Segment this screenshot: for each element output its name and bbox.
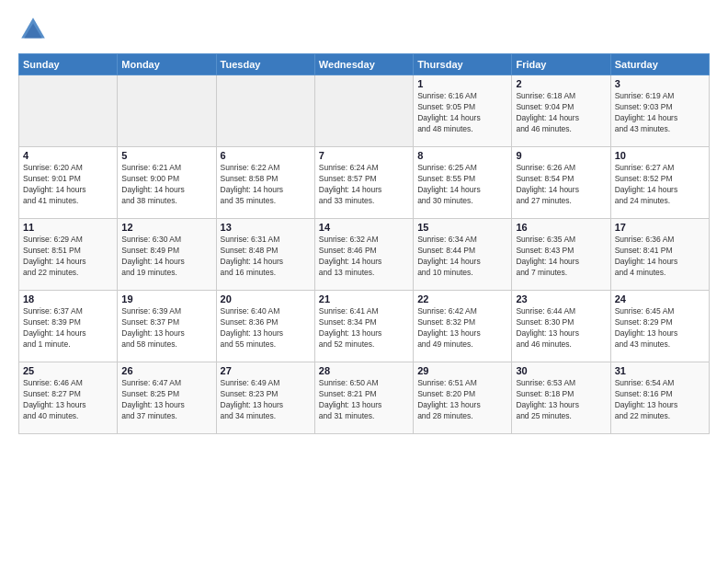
day-info: Sunrise: 6:20 AMSunset: 9:01 PMDaylight:…	[23, 163, 113, 207]
day-info: Sunrise: 6:30 AMSunset: 8:49 PMDaylight:…	[121, 235, 211, 279]
day-number: 21	[319, 293, 409, 304]
day-cell	[118, 75, 216, 147]
day-number: 5	[121, 150, 211, 161]
day-cell	[314, 75, 413, 147]
day-number: 4	[23, 150, 113, 161]
header-tuesday: Tuesday	[216, 54, 314, 75]
logo	[18, 15, 51, 44]
day-cell: 26Sunrise: 6:47 AMSunset: 8:25 PMDayligh…	[118, 362, 216, 434]
day-info: Sunrise: 6:31 AMSunset: 8:48 PMDaylight:…	[221, 235, 311, 279]
week-row-2: 11Sunrise: 6:29 AMSunset: 8:51 PMDayligh…	[19, 219, 710, 291]
day-number: 18	[23, 293, 113, 304]
calendar-table: SundayMondayTuesdayWednesdayThursdayFrid…	[18, 53, 710, 434]
day-info: Sunrise: 6:29 AMSunset: 8:51 PMDaylight:…	[23, 235, 113, 279]
day-cell: 31Sunrise: 6:54 AMSunset: 8:16 PMDayligh…	[610, 362, 709, 434]
day-cell: 20Sunrise: 6:40 AMSunset: 8:36 PMDayligh…	[216, 291, 314, 362]
day-cell: 17Sunrise: 6:36 AMSunset: 8:41 PMDayligh…	[610, 219, 709, 291]
day-number: 22	[417, 293, 507, 304]
day-number: 24	[615, 293, 705, 304]
day-info: Sunrise: 6:16 AMSunset: 9:05 PMDaylight:…	[417, 91, 507, 135]
day-number: 12	[121, 222, 211, 233]
day-number: 9	[516, 150, 606, 161]
header-sunday: Sunday	[19, 54, 118, 75]
day-info: Sunrise: 6:41 AMSunset: 8:34 PMDaylight:…	[319, 306, 409, 350]
day-cell: 21Sunrise: 6:41 AMSunset: 8:34 PMDayligh…	[314, 291, 413, 362]
day-cell: 30Sunrise: 6:53 AMSunset: 8:18 PMDayligh…	[512, 362, 610, 434]
header-thursday: Thursday	[414, 54, 512, 75]
day-number: 13	[221, 222, 311, 233]
day-info: Sunrise: 6:22 AMSunset: 8:58 PMDaylight:…	[221, 163, 311, 207]
day-info: Sunrise: 6:40 AMSunset: 8:36 PMDaylight:…	[221, 306, 311, 350]
day-number: 20	[221, 293, 311, 304]
day-cell: 12Sunrise: 6:30 AMSunset: 8:49 PMDayligh…	[118, 219, 216, 291]
day-cell: 10Sunrise: 6:27 AMSunset: 8:52 PMDayligh…	[610, 147, 709, 219]
day-info: Sunrise: 6:32 AMSunset: 8:46 PMDaylight:…	[319, 235, 409, 279]
day-number: 11	[23, 222, 113, 233]
day-number: 27	[221, 365, 311, 376]
day-cell: 19Sunrise: 6:39 AMSunset: 8:37 PMDayligh…	[118, 291, 216, 362]
day-info: Sunrise: 6:27 AMSunset: 8:52 PMDaylight:…	[615, 163, 705, 207]
day-cell: 6Sunrise: 6:22 AMSunset: 8:58 PMDaylight…	[216, 147, 314, 219]
day-number: 15	[417, 222, 507, 233]
day-info: Sunrise: 6:51 AMSunset: 8:20 PMDaylight:…	[417, 378, 507, 422]
day-info: Sunrise: 6:44 AMSunset: 8:30 PMDaylight:…	[516, 306, 606, 350]
day-info: Sunrise: 6:35 AMSunset: 8:43 PMDaylight:…	[516, 235, 606, 279]
header	[18, 15, 710, 44]
day-info: Sunrise: 6:24 AMSunset: 8:57 PMDaylight:…	[319, 163, 409, 207]
day-cell: 8Sunrise: 6:25 AMSunset: 8:55 PMDaylight…	[414, 147, 512, 219]
day-info: Sunrise: 6:19 AMSunset: 9:03 PMDaylight:…	[615, 91, 705, 135]
day-cell	[216, 75, 314, 147]
day-number: 3	[615, 78, 705, 89]
day-info: Sunrise: 6:47 AMSunset: 8:25 PMDaylight:…	[121, 378, 211, 422]
week-row-3: 18Sunrise: 6:37 AMSunset: 8:39 PMDayligh…	[19, 291, 710, 362]
day-number: 25	[23, 365, 113, 376]
day-cell: 22Sunrise: 6:42 AMSunset: 8:32 PMDayligh…	[414, 291, 512, 362]
header-wednesday: Wednesday	[314, 54, 413, 75]
day-cell: 25Sunrise: 6:46 AMSunset: 8:27 PMDayligh…	[19, 362, 118, 434]
day-cell: 9Sunrise: 6:26 AMSunset: 8:54 PMDaylight…	[512, 147, 610, 219]
day-number: 29	[417, 365, 507, 376]
header-saturday: Saturday	[610, 54, 709, 75]
day-info: Sunrise: 6:53 AMSunset: 8:18 PMDaylight:…	[516, 378, 606, 422]
week-row-4: 25Sunrise: 6:46 AMSunset: 8:27 PMDayligh…	[19, 362, 710, 434]
day-number: 7	[319, 150, 409, 161]
week-row-0: 1Sunrise: 6:16 AMSunset: 9:05 PMDaylight…	[19, 75, 710, 147]
day-cell: 29Sunrise: 6:51 AMSunset: 8:20 PMDayligh…	[414, 362, 512, 434]
day-number: 14	[319, 222, 409, 233]
day-cell: 14Sunrise: 6:32 AMSunset: 8:46 PMDayligh…	[314, 219, 413, 291]
day-number: 17	[615, 222, 705, 233]
day-number: 28	[319, 365, 409, 376]
day-info: Sunrise: 6:18 AMSunset: 9:04 PMDaylight:…	[516, 91, 606, 135]
day-cell: 27Sunrise: 6:49 AMSunset: 8:23 PMDayligh…	[216, 362, 314, 434]
day-info: Sunrise: 6:37 AMSunset: 8:39 PMDaylight:…	[23, 306, 113, 350]
day-cell: 28Sunrise: 6:50 AMSunset: 8:21 PMDayligh…	[314, 362, 413, 434]
day-number: 31	[615, 365, 705, 376]
header-row: SundayMondayTuesdayWednesdayThursdayFrid…	[19, 54, 710, 75]
day-number: 1	[417, 78, 507, 89]
day-cell: 15Sunrise: 6:34 AMSunset: 8:44 PMDayligh…	[414, 219, 512, 291]
day-info: Sunrise: 6:21 AMSunset: 9:00 PMDaylight:…	[121, 163, 211, 207]
day-number: 10	[615, 150, 705, 161]
day-info: Sunrise: 6:34 AMSunset: 8:44 PMDaylight:…	[417, 235, 507, 279]
header-monday: Monday	[118, 54, 216, 75]
day-cell: 16Sunrise: 6:35 AMSunset: 8:43 PMDayligh…	[512, 219, 610, 291]
day-info: Sunrise: 6:49 AMSunset: 8:23 PMDaylight:…	[221, 378, 311, 422]
day-number: 19	[121, 293, 211, 304]
day-info: Sunrise: 6:36 AMSunset: 8:41 PMDaylight:…	[615, 235, 705, 279]
day-info: Sunrise: 6:42 AMSunset: 8:32 PMDaylight:…	[417, 306, 507, 350]
day-cell: 7Sunrise: 6:24 AMSunset: 8:57 PMDaylight…	[314, 147, 413, 219]
day-cell: 13Sunrise: 6:31 AMSunset: 8:48 PMDayligh…	[216, 219, 314, 291]
logo-icon	[18, 15, 48, 44]
day-cell: 1Sunrise: 6:16 AMSunset: 9:05 PMDaylight…	[414, 75, 512, 147]
day-number: 6	[221, 150, 311, 161]
day-number: 16	[516, 222, 606, 233]
day-info: Sunrise: 6:25 AMSunset: 8:55 PMDaylight:…	[417, 163, 507, 207]
day-cell: 5Sunrise: 6:21 AMSunset: 9:00 PMDaylight…	[118, 147, 216, 219]
day-number: 23	[516, 293, 606, 304]
header-friday: Friday	[512, 54, 610, 75]
week-row-1: 4Sunrise: 6:20 AMSunset: 9:01 PMDaylight…	[19, 147, 710, 219]
day-info: Sunrise: 6:45 AMSunset: 8:29 PMDaylight:…	[615, 306, 705, 350]
day-number: 8	[417, 150, 507, 161]
page: SundayMondayTuesdayWednesdayThursdayFrid…	[0, 0, 728, 563]
day-info: Sunrise: 6:50 AMSunset: 8:21 PMDaylight:…	[319, 378, 409, 422]
